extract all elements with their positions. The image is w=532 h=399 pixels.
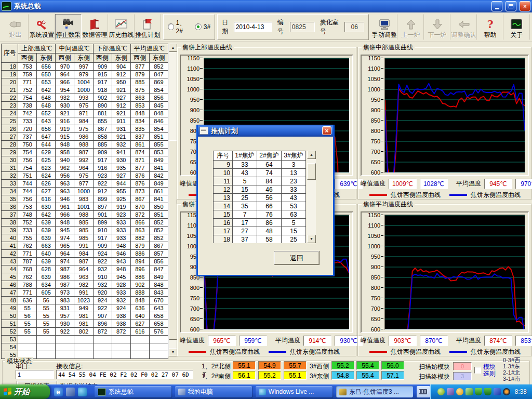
title-bar[interactable]: 系统总貌 ×	[0, 0, 532, 12]
temp-cell[interactable]: 962	[56, 164, 74, 172]
temp-cell[interactable]: 55	[37, 304, 56, 312]
temp-cell[interactable]: 737	[18, 133, 37, 141]
row-index-cell[interactable]: 37	[2, 211, 18, 219]
dialog-table-row[interactable]: 14356653	[214, 202, 306, 210]
table-row[interactable]: 48636569831023924932848670	[2, 297, 168, 304]
temp-cell[interactable]: 846	[149, 117, 168, 125]
temp-cell[interactable]: 921	[112, 86, 130, 94]
temp-cell[interactable]: 636	[18, 297, 37, 304]
temp-cell[interactable]: 753	[18, 63, 37, 71]
temp-cell[interactable]: 754	[18, 149, 37, 156]
temp-cell[interactable]: 56	[37, 297, 56, 304]
temp-cell[interactable]: 986	[74, 133, 93, 141]
temp-cell[interactable]: 983	[74, 195, 93, 203]
table-row[interactable]: 31754623962964916935877841	[2, 164, 168, 172]
plan-cell[interactable]: 3	[282, 161, 306, 169]
temp-cell[interactable]: 946	[56, 195, 74, 203]
temp-cell[interactable]: 1023	[74, 297, 93, 304]
temp-cell[interactable]: 642	[37, 86, 56, 94]
table-row[interactable]: 40755639974985917933882852	[2, 234, 168, 242]
temp-cell[interactable]: 931	[112, 125, 130, 133]
row-index-cell[interactable]: 41	[2, 242, 18, 250]
row-index-cell[interactable]: 11	[214, 177, 233, 185]
temp-cell[interactable]: 835	[130, 125, 149, 133]
table-row[interactable]: 24742652921971881921848848	[2, 110, 168, 117]
temp-cell[interactable]: 885	[93, 141, 112, 149]
temp-cell[interactable]: 616	[130, 328, 149, 336]
temp-cell[interactable]: 896	[93, 320, 112, 328]
temp-cell[interactable]: 630	[37, 203, 56, 211]
taskbar-item-system-overview[interactable]: 系统总貌	[95, 386, 171, 397]
temp-cell[interactable]: 991	[74, 289, 93, 297]
plan-cell[interactable]: 46	[257, 185, 282, 194]
temp-cell[interactable]: 841	[149, 195, 168, 203]
temp-cell[interactable]: 945	[112, 273, 130, 281]
temp-cell[interactable]: 965	[56, 242, 74, 250]
table-row[interactable]: 207716539661004917950885869	[2, 78, 168, 86]
temp-cell[interactable]: 932	[112, 141, 130, 149]
plan-cell[interactable]: 48	[257, 227, 282, 235]
temp-cell[interactable]: 652	[37, 110, 56, 117]
row-index-cell[interactable]: 17	[214, 227, 233, 235]
row-index-cell[interactable]: 16	[214, 219, 233, 227]
recv-info-input[interactable]: 44 54 55 04 FE 02 F2 02 F0 02 27 07 6D T	[56, 370, 193, 379]
temp-cell[interactable]: 1000	[74, 86, 93, 94]
row-index-cell[interactable]: 14	[214, 202, 233, 210]
temp-cell[interactable]: 987	[74, 149, 93, 156]
temp-cell[interactable]: 984	[74, 250, 93, 258]
scroll-up-icon[interactable]: ▲	[169, 44, 177, 52]
row-index-cell[interactable]: 33	[2, 180, 18, 188]
plan-cell[interactable]: 25	[233, 194, 257, 202]
temp-cell[interactable]: 843	[149, 289, 168, 297]
temp-cell[interactable]: 977	[74, 180, 93, 188]
temp-cell[interactable]	[93, 343, 112, 351]
temp-cell[interactable]: 917	[93, 78, 112, 86]
temp-cell[interactable]: 643	[37, 117, 56, 125]
plan-cell[interactable]: 64	[257, 161, 282, 169]
temp-cell[interactable]: 874	[130, 149, 149, 156]
row-index-cell[interactable]: 12	[214, 185, 233, 194]
temp-cell[interactable]: 616	[37, 195, 56, 203]
temp-cell[interactable]: 983	[56, 297, 74, 304]
plan-cell[interactable]: 15	[282, 227, 306, 235]
temp-cell[interactable]: 916	[93, 164, 112, 172]
plan-cell[interactable]: 84	[257, 177, 282, 185]
temp-cell[interactable]: 650	[37, 71, 56, 78]
temp-cell[interactable]: 842	[149, 172, 168, 180]
dialog-table-row[interactable]: 1158423	[214, 177, 306, 185]
temp-cell[interactable]: 917	[93, 156, 112, 164]
row-index-cell[interactable]: 15	[214, 210, 233, 219]
temp-cell[interactable]	[18, 336, 37, 343]
temp-cell[interactable]: 759	[18, 71, 37, 78]
temp-cell[interactable]: 981	[74, 312, 93, 320]
temp-cell[interactable]: 894	[130, 258, 149, 265]
temp-cell[interactable]	[149, 343, 168, 351]
temp-cell[interactable]: 907	[93, 312, 112, 320]
table-row[interactable]: 43787639974987922943894856	[2, 258, 168, 265]
plan-cell[interactable]: 66	[257, 202, 282, 210]
temp-cell[interactable]: 851	[149, 211, 168, 219]
plan-cell[interactable]: 43	[282, 194, 306, 202]
temp-cell[interactable]: 742	[18, 110, 37, 117]
table-row[interactable]: 217526429541000918921875854	[2, 86, 168, 94]
temp-cell[interactable]: 849	[149, 273, 168, 281]
plan-cell[interactable]: 74	[257, 169, 282, 177]
temp-cell[interactable]: 744	[18, 188, 37, 195]
temp-cell[interactable]: 940	[56, 156, 74, 164]
temp-cell[interactable]: 920	[93, 289, 112, 297]
temp-cell[interactable]: 849	[149, 156, 168, 164]
temp-cell[interactable]: 924	[93, 250, 112, 258]
radio-oven-1-2[interactable]: 1、2#	[168, 19, 191, 35]
temp-cell[interactable]: 845	[149, 102, 168, 110]
temp-cell[interactable]: 871	[130, 156, 149, 164]
next-oven-button[interactable]: 下一炉	[424, 14, 450, 40]
temp-cell[interactable]: 911	[112, 117, 130, 125]
row-index-cell[interactable]: 40	[2, 234, 18, 242]
temp-cell[interactable]: 932	[56, 94, 74, 102]
temp-cell[interactable]	[130, 343, 149, 351]
plan-cell[interactable]: 63	[282, 210, 306, 219]
temp-cell[interactable]: 899	[93, 195, 112, 203]
module-select-checkbox[interactable]	[474, 367, 481, 374]
temp-cell[interactable]	[18, 343, 37, 351]
temp-cell[interactable]: 948	[112, 265, 130, 273]
